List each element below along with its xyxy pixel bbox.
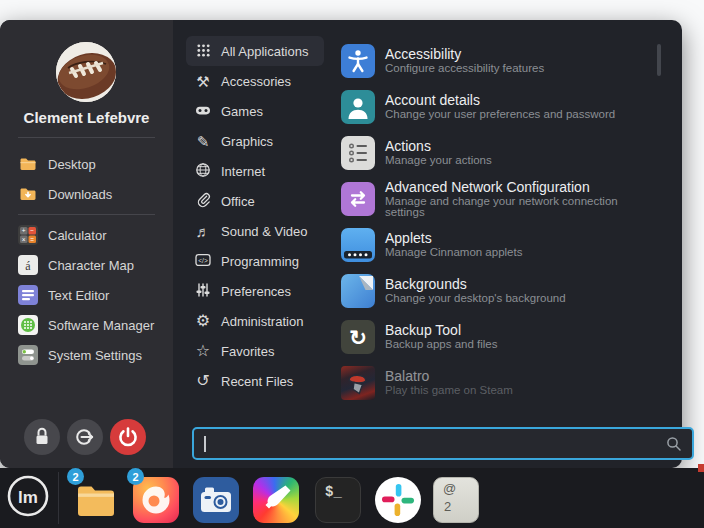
calculator-icon: +−×=: [18, 225, 38, 245]
slack-icon: [375, 477, 421, 523]
app-row-accessibility[interactable]: AccessibilityConfigure accessibility fea…: [341, 38, 651, 84]
terminal-icon: $_: [315, 477, 361, 523]
paintbrush-icon: [253, 477, 299, 523]
svg-text:×: ×: [22, 236, 26, 243]
search-input[interactable]: [192, 427, 694, 460]
firefox-icon: [133, 477, 179, 523]
taskbar-item-character-key[interactable]: @ 2: [433, 477, 479, 523]
taskbar-separator: [58, 472, 59, 524]
category-programming[interactable]: </> Programming: [186, 246, 324, 276]
sidebar-item-software-manager[interactable]: Software Manager: [10, 310, 165, 340]
category-sound-video[interactable]: ♬ Sound & Video: [186, 216, 324, 246]
tools-icon: ⚒: [194, 74, 212, 89]
category-favorites[interactable]: ☆ Favorites: [186, 336, 324, 366]
logout-icon: [67, 419, 103, 455]
sidebar-item-label: Calculator: [48, 228, 107, 243]
user-name: Clement Lefebvre: [0, 109, 173, 126]
taskbar-item-paint-app[interactable]: [253, 477, 299, 523]
sidebar-item-character-map[interactable]: á Character Map: [10, 250, 165, 280]
taskbar: lm 2 2: [0, 468, 704, 528]
gear-icon: ⚙: [194, 313, 212, 329]
svg-text:=: =: [30, 236, 34, 243]
gamepad-icon: [194, 102, 212, 120]
code-icon: </>: [194, 252, 212, 270]
app-row-applets[interactable]: AppletsManage Cinnamon applets: [341, 222, 651, 268]
app-row-account-details[interactable]: Account detailsChange your user preferen…: [341, 84, 651, 130]
category-all-applications[interactable]: All Applications: [186, 36, 324, 66]
camera-icon: [193, 477, 239, 523]
folder-download-icon: [18, 184, 38, 204]
star-icon: ☆: [194, 343, 212, 359]
sidebar-divider: [18, 214, 155, 215]
software-manager-icon: [18, 315, 38, 335]
linux-mint-logo-icon: lm: [5, 473, 51, 519]
folder-icon: [18, 154, 38, 174]
globe-icon: [194, 162, 212, 180]
taskbar-item-slack[interactable]: [375, 477, 421, 523]
paperclip-icon: [194, 192, 212, 210]
taskbar-item-screenshot-tool[interactable]: [193, 477, 239, 523]
category-office[interactable]: Office: [186, 186, 324, 216]
text-editor-icon: [18, 285, 38, 305]
menu-sidebar: Clement Lefebvre Desktop Downloads +−×=: [0, 20, 173, 468]
category-administration[interactable]: ⚙ Administration: [186, 306, 324, 336]
power-button[interactable]: [110, 419, 146, 455]
window-count-badge: 2: [67, 468, 84, 485]
search-icon: [666, 436, 682, 452]
account-details-icon: [341, 90, 375, 124]
category-internet[interactable]: Internet: [186, 156, 324, 186]
actions-icon: [341, 136, 375, 170]
sidebar-item-calculator[interactable]: +−×= Calculator: [10, 220, 165, 250]
lock-button[interactable]: [24, 419, 60, 455]
sidebar-item-label: Text Editor: [48, 288, 109, 303]
mint-menu-popup: Clement Lefebvre Desktop Downloads +−×=: [0, 20, 682, 468]
sidebar-item-label: Downloads: [48, 187, 112, 202]
sidebar-item-system-settings[interactable]: System Settings: [10, 340, 165, 370]
accessibility-icon: [341, 44, 375, 78]
app-row-actions[interactable]: ActionsManage your actions: [341, 130, 651, 176]
svg-text:á: á: [25, 259, 31, 273]
sidebar-item-label: Software Manager: [48, 318, 154, 333]
sidebar-item-desktop[interactable]: Desktop: [10, 149, 165, 179]
sidebar-item-downloads[interactable]: Downloads: [10, 179, 165, 209]
category-recent-files[interactable]: ↺ Recent Files: [186, 366, 324, 396]
sidebar-item-text-editor[interactable]: Text Editor: [10, 280, 165, 310]
app-row-balatro[interactable]: BalatroPlay this game on Steam: [341, 360, 651, 406]
desktop: Clement Lefebvre Desktop Downloads +−×=: [0, 0, 704, 528]
svg-text:+: +: [22, 227, 26, 234]
lock-icon: [24, 419, 60, 455]
category-preferences[interactable]: Preferences: [186, 276, 324, 306]
all-applications-grid-icon: [194, 43, 212, 60]
svg-text:−: −: [30, 227, 34, 234]
backup-tool-icon: ↻: [341, 320, 375, 354]
app-row-backup-tool[interactable]: ↻ Backup ToolBackup apps and files: [341, 314, 651, 360]
category-graphics[interactable]: ✎ Graphics: [186, 126, 324, 156]
backgrounds-icon: [341, 274, 375, 308]
background-window-fragment: [698, 464, 704, 472]
mint-menu-button[interactable]: lm: [5, 473, 51, 519]
logout-button[interactable]: [67, 419, 103, 455]
window-count-badge: 2: [127, 468, 144, 485]
sidebar-item-label: System Settings: [48, 348, 142, 363]
system-settings-icon: [18, 345, 38, 365]
taskbar-item-file-manager[interactable]: 2: [73, 477, 119, 523]
app-row-backgrounds[interactable]: BackgroundsChange your desktop's backgro…: [341, 268, 651, 314]
power-icon: [110, 419, 146, 455]
taskbar-item-firefox[interactable]: 2: [133, 477, 179, 523]
text-caret: [204, 436, 206, 452]
music-film-icon: ♬: [194, 224, 212, 239]
category-games[interactable]: Games: [186, 96, 324, 126]
app-row-advanced-network-configuration[interactable]: Advanced Network ConfigurationManage and…: [341, 176, 651, 222]
category-accessories[interactable]: ⚒ Accessories: [186, 66, 324, 96]
character-key-icon: @ 2: [433, 477, 479, 523]
network-arrows-icon: [341, 182, 375, 216]
character-map-icon: á: [18, 255, 38, 275]
file-manager-icon: [73, 477, 119, 523]
taskbar-item-terminal[interactable]: $_: [315, 477, 361, 523]
app-list-scrollbar[interactable]: [657, 44, 661, 76]
svg-text:</>: </>: [198, 257, 208, 264]
balatro-icon: [341, 366, 375, 400]
sidebar-item-label: Desktop: [48, 157, 96, 172]
user-avatar[interactable]: [56, 42, 116, 102]
svg-text:lm: lm: [18, 488, 38, 507]
